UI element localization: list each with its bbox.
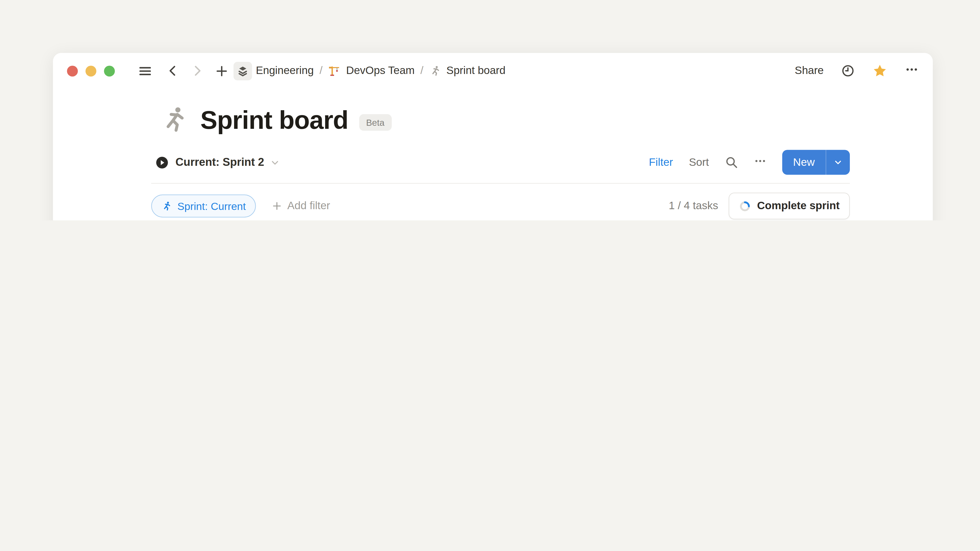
screenshot-root: Engineering / DevOps Team / Sprint board… — [0, 0, 980, 221]
new-task-button-label[interactable]: New — [782, 156, 826, 168]
breadcrumb: Engineering / DevOps Team / Sprint board — [256, 65, 506, 77]
progress-ring-icon — [738, 200, 751, 212]
view-selector[interactable]: Current: Sprint 2 — [155, 156, 280, 169]
window-controls — [67, 65, 115, 76]
filter-bar-right: 1 / 4 tasks Complete sprint — [669, 192, 850, 219]
more-options-icon[interactable] — [905, 62, 919, 79]
chevron-down-icon — [270, 158, 280, 167]
new-page-icon[interactable] — [212, 61, 231, 80]
view-toolbar-actions: Filter Sort New — [649, 150, 850, 175]
favorite-star-icon[interactable] — [872, 63, 888, 79]
breadcrumb-item-devops-team[interactable]: DevOps Team — [328, 65, 415, 77]
search-icon[interactable] — [725, 156, 738, 169]
beta-badge: Beta — [359, 114, 391, 131]
new-task-dropdown-chevron-icon[interactable] — [826, 158, 850, 167]
complete-sprint-button[interactable]: Complete sprint — [729, 192, 850, 219]
page-header: Sprint board Beta — [53, 89, 933, 135]
workspace-icon-button[interactable] — [234, 62, 252, 80]
new-task-split-button[interactable]: New — [782, 150, 850, 175]
minimize-window-button[interactable] — [86, 65, 97, 76]
sprint-filter-chip[interactable]: Sprint: Current — [151, 195, 256, 218]
runner-icon — [160, 105, 189, 135]
forward-icon[interactable] — [188, 61, 207, 80]
filter-bar: Sprint: Current Add filter 1 / 4 tasks C… — [53, 184, 933, 219]
breadcrumb-separator: / — [420, 65, 423, 77]
play-circle-icon — [155, 156, 169, 169]
titlebar-actions: Share — [795, 62, 919, 79]
share-button[interactable]: Share — [795, 65, 824, 77]
runner-icon — [429, 65, 442, 77]
sort-button[interactable]: Sort — [689, 156, 709, 168]
sidebar-menu-icon[interactable] — [135, 61, 154, 80]
complete-sprint-label: Complete sprint — [757, 200, 840, 213]
view-more-icon[interactable] — [754, 155, 767, 170]
add-filter-button[interactable]: Add filter — [272, 200, 330, 213]
breadcrumb-separator: / — [320, 65, 323, 77]
view-toolbar: Current: Sprint 2 Filter Sort New — [53, 135, 933, 175]
clock-history-icon[interactable] — [841, 64, 855, 78]
close-window-button[interactable] — [67, 65, 78, 76]
titlebar: Engineering / DevOps Team / Sprint board… — [53, 53, 933, 89]
layers-stack-icon — [237, 65, 249, 77]
filter-button[interactable]: Filter — [649, 156, 673, 168]
add-filter-label: Add filter — [287, 200, 330, 213]
sprint-filter-label: Sprint: Current — [177, 200, 246, 212]
breadcrumb-item-sprint-board[interactable]: Sprint board — [429, 65, 506, 77]
tasks-count: 1 / 4 tasks — [669, 200, 718, 213]
plus-icon — [272, 201, 282, 211]
zoom-window-button[interactable] — [104, 65, 115, 76]
breadcrumb-item-engineering[interactable]: Engineering — [256, 65, 314, 77]
app-window: Engineering / DevOps Team / Sprint board… — [53, 53, 933, 221]
runner-icon — [162, 200, 172, 211]
back-icon[interactable] — [163, 61, 183, 80]
crane-icon — [328, 65, 341, 77]
view-selector-label: Current: Sprint 2 — [176, 156, 264, 169]
page-title: Sprint board — [200, 106, 348, 135]
